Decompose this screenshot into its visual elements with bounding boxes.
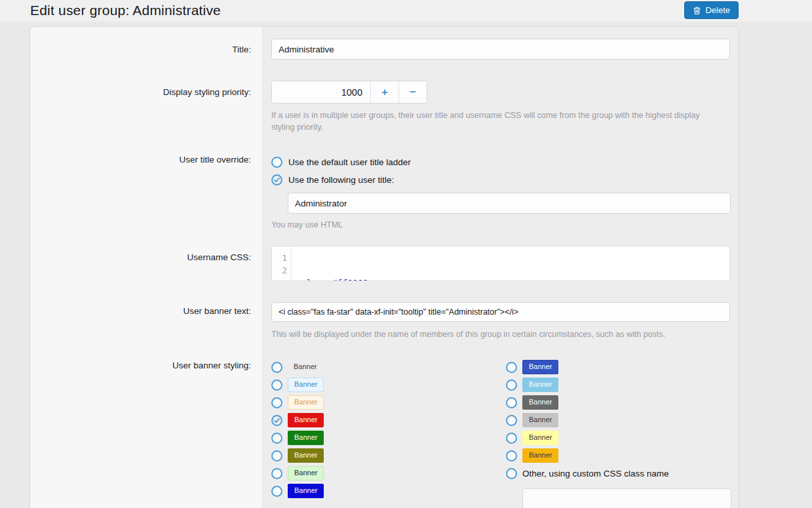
banner-text-cell: This will be displayed under the name of… xyxy=(263,301,739,357)
banner-preview-green: Banner xyxy=(288,431,324,444)
line-number: 2 xyxy=(272,264,287,277)
user-title-override-cell: Use the default user title ladder Use th… xyxy=(263,148,739,244)
edit-form-panel: Title: Display styling priority: + − If … xyxy=(29,26,739,508)
banner-option-gray[interactable]: Banner xyxy=(506,395,731,410)
banner-option-sky-blue[interactable]: Banner xyxy=(506,378,731,392)
radio-unchecked-icon[interactable] xyxy=(271,486,282,497)
banner-preview-sky-blue: Banner xyxy=(522,378,558,391)
option-default-title-ladder[interactable]: Use the default user title ladder xyxy=(271,153,731,171)
banner-option-other[interactable]: Other, using custom CSS class name xyxy=(506,466,731,480)
priority-hint: If a user is in multiple user groups, th… xyxy=(271,109,724,133)
code-line-1: color: #ff0000; xyxy=(296,277,471,281)
banner-preview-gray: Banner xyxy=(522,395,558,409)
banner-text-label: User banner text: xyxy=(30,301,263,357)
edit-user-group-page: Edit user group: Administrative Delete T… xyxy=(0,0,812,508)
option-label: Use the following user title: xyxy=(288,175,394,185)
page-title: Edit user group: Administrative xyxy=(30,3,221,18)
radio-unchecked-icon[interactable] xyxy=(271,433,282,444)
radio-unchecked-icon[interactable] xyxy=(271,380,282,391)
banner-style-column-right: Banner Banner Banner Banner xyxy=(506,360,731,508)
radio-unchecked-icon[interactable] xyxy=(506,380,517,391)
banner-style-column-left: Banner Banner Banner xyxy=(271,360,506,508)
code-content[interactable]: color: #ff0000; text-shadow: 0px 0px 10p… xyxy=(292,246,471,281)
banner-option-light-green[interactable]: Banner xyxy=(271,466,506,480)
banner-preview-blue: Banner xyxy=(288,484,324,498)
banner-preview-orange: Banner xyxy=(522,448,558,462)
title-field-label: Title: xyxy=(30,27,263,74)
user-title-input[interactable] xyxy=(288,193,731,214)
radio-checked-icon[interactable] xyxy=(271,174,282,186)
banner-preview-olive: Banner xyxy=(288,448,324,462)
banner-preview-red: Banner xyxy=(288,413,324,427)
banner-preview-royal-blue: Banner xyxy=(522,360,558,374)
title-field-cell xyxy=(263,27,739,74)
banner-style-grid: Banner Banner Banner xyxy=(271,360,731,508)
banner-option-none[interactable]: Banner xyxy=(271,360,506,374)
banner-option-orange[interactable]: Banner xyxy=(506,448,731,463)
banner-option-royal-blue[interactable]: Banner xyxy=(506,360,731,374)
banner-preview-accent: Banner xyxy=(288,395,324,409)
line-number: 1 xyxy=(272,252,287,264)
banner-option-other-label: Other, using custom CSS class name xyxy=(522,469,669,479)
radio-unchecked-icon[interactable] xyxy=(271,450,282,461)
option-label: Use the default user title ladder xyxy=(288,157,411,167)
radio-unchecked-icon[interactable] xyxy=(506,397,517,408)
priority-increment-button[interactable]: + xyxy=(370,81,398,103)
user-title-override-label: User title override: xyxy=(30,148,263,244)
radio-unchecked-icon[interactable] xyxy=(506,468,517,479)
radio-unchecked-icon[interactable] xyxy=(271,397,282,408)
banner-option-silver[interactable]: Banner xyxy=(506,413,731,427)
banner-preview-none: Banner xyxy=(288,360,323,374)
username-css-label: Username CSS: xyxy=(30,244,263,301)
line-number-gutter: 1 2 xyxy=(272,246,292,281)
delete-button[interactable]: Delete xyxy=(684,1,739,19)
username-css-editor[interactable]: 1 2 color: #ff0000; text-shadow: 0px 0px… xyxy=(271,246,730,281)
page-header: Edit user group: Administrative Delete xyxy=(0,0,812,22)
custom-css-class-input[interactable] xyxy=(522,488,731,508)
banner-styling-cell: Banner Banner Banner xyxy=(263,357,739,508)
priority-decrement-button[interactable]: − xyxy=(398,81,427,103)
title-input[interactable] xyxy=(271,39,730,60)
radio-unchecked-icon[interactable] xyxy=(271,468,282,479)
user-title-hint: You may use HTML xyxy=(271,219,731,231)
priority-input[interactable] xyxy=(272,81,370,103)
radio-unchecked-icon[interactable] xyxy=(506,362,517,373)
priority-stepper: + − xyxy=(271,81,427,104)
radio-unchecked-icon[interactable] xyxy=(506,415,517,426)
banner-styling-label: User banner styling: xyxy=(30,357,263,508)
radio-unchecked-icon[interactable] xyxy=(271,157,282,168)
priority-field-cell: + − If a user is in multiple user groups… xyxy=(263,74,739,148)
banner-option-primary[interactable]: Banner xyxy=(271,378,506,392)
banner-option-olive[interactable]: Banner xyxy=(271,448,506,463)
option-following-user-title[interactable]: Use the following user title: xyxy=(271,171,731,189)
radio-unchecked-icon[interactable] xyxy=(506,433,517,444)
username-css-cell: 1 2 color: #ff0000; text-shadow: 0px 0px… xyxy=(263,244,739,301)
banner-preview-primary: Banner xyxy=(288,378,324,391)
banner-option-accent[interactable]: Banner xyxy=(271,395,506,410)
banner-option-yellow[interactable]: Banner xyxy=(506,431,731,445)
radio-unchecked-icon[interactable] xyxy=(271,362,282,373)
banner-option-blue[interactable]: Banner xyxy=(271,484,506,498)
banner-preview-yellow: Banner xyxy=(522,431,558,444)
banner-text-input[interactable] xyxy=(271,302,730,322)
delete-button-label: Delete xyxy=(705,5,730,15)
trash-icon xyxy=(693,6,701,15)
banner-preview-light-green: Banner xyxy=(288,466,324,480)
banner-option-red[interactable]: Banner xyxy=(271,413,506,427)
radio-checked-icon[interactable] xyxy=(271,415,282,426)
banner-option-green[interactable]: Banner xyxy=(271,431,506,445)
banner-text-hint: This will be displayed under the name of… xyxy=(271,328,731,340)
radio-unchecked-icon[interactable] xyxy=(506,450,517,461)
banner-preview-silver: Banner xyxy=(522,413,558,427)
priority-field-label: Display styling priority: xyxy=(30,74,263,148)
